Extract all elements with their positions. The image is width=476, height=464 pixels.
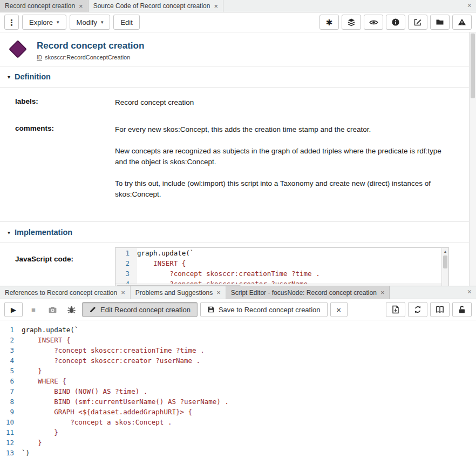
code-line: 9 GRAPH <${dataset.addedGraphURI}> { xyxy=(0,407,476,417)
modify-button[interactable]: Modify ▾ xyxy=(70,15,111,30)
kebab-icon: ⋮ xyxy=(8,18,16,26)
unlock-button[interactable] xyxy=(452,302,472,317)
code-line: 12 } xyxy=(0,438,476,448)
compose-button[interactable] xyxy=(408,15,427,30)
main-scrollbar[interactable] xyxy=(469,32,476,286)
code-horizontal-scrollbar[interactable] xyxy=(115,284,441,286)
close-icon[interactable]: × xyxy=(79,3,83,10)
edit-label: Edit xyxy=(120,18,132,26)
code-line: 3 ?concept skosccr:creationTime ?time . xyxy=(115,268,448,279)
code-line: 11 } xyxy=(0,427,476,438)
line-number: 6 xyxy=(0,376,22,386)
export-script-button[interactable] xyxy=(386,302,405,317)
comment-paragraph: New concepts are recognized as subjects … xyxy=(115,146,444,167)
inferences-button[interactable]: ✱ xyxy=(319,15,339,30)
code-text: BIND (smf:currentUserName() AS ?userName… xyxy=(22,396,229,407)
run-script-button[interactable]: ▶ xyxy=(4,302,23,317)
tab-label: Problems and Suggestions xyxy=(135,289,213,297)
javascript-code-row: JavaScript code: 1graph.update(`2 INSERT… xyxy=(0,243,476,286)
code-line: 5 } xyxy=(0,366,476,376)
layers-button[interactable] xyxy=(342,15,361,30)
section-title: Implementation xyxy=(15,228,72,237)
code-line: 7 BIND (NOW() AS ?time) . xyxy=(0,386,476,396)
script-toolbar-right-group xyxy=(386,302,472,317)
code-line: 13`) xyxy=(0,448,476,458)
snapshot-button[interactable] xyxy=(44,301,60,318)
tab-label: References to Record concept creation xyxy=(5,289,117,297)
comment-paragraph: For every new skos:Concept, this adds th… xyxy=(115,124,444,135)
class-diamond-icon xyxy=(9,40,27,58)
explore-label: Explore xyxy=(29,18,53,26)
code-line: 2 INSERT { xyxy=(0,335,476,345)
collapse-caret-icon: ▾ xyxy=(8,74,10,80)
close-icon: × xyxy=(336,306,341,314)
stop-icon: ■ xyxy=(31,306,36,313)
code-text: INSERT { xyxy=(137,258,186,268)
tab-script-editor[interactable]: Script Editor - focusNode: Record concep… xyxy=(226,286,390,299)
stop-script-button[interactable]: ■ xyxy=(25,301,42,318)
info-button[interactable] xyxy=(386,15,405,30)
documentation-button[interactable] xyxy=(430,302,450,317)
folder-button[interactable] xyxy=(430,15,450,30)
save-script-button[interactable]: Save to Record concept creation xyxy=(200,302,328,317)
tab-problems-suggestions[interactable]: Problems and Suggestions × xyxy=(131,286,226,299)
close-icon[interactable]: × xyxy=(380,289,385,296)
line-number: 9 xyxy=(0,407,22,417)
close-panel-icon[interactable]: × xyxy=(467,2,472,9)
close-icon[interactable]: × xyxy=(214,3,218,10)
close-panel-icon[interactable]: × xyxy=(467,288,472,295)
comments-field-value: For every new skos:Concept, this adds th… xyxy=(115,124,467,200)
code-text: GRAPH <${dataset.addedGraphURI}> { xyxy=(22,407,192,417)
close-icon[interactable]: × xyxy=(216,289,221,296)
edit-script-button[interactable]: Edit Record concept creation xyxy=(82,302,198,317)
line-number: 2 xyxy=(0,335,22,345)
tab-record-concept-creation[interactable]: Record concept creation × xyxy=(0,0,89,12)
unlock-icon xyxy=(458,305,466,314)
scroll-up-icon[interactable]: ▲ xyxy=(442,248,448,255)
close-icon[interactable]: × xyxy=(121,289,125,296)
tab-label: Source Code of Record concept creation xyxy=(93,2,210,10)
visibility-button[interactable] xyxy=(364,15,383,30)
camera-icon xyxy=(48,305,57,314)
code-text: graph.update(` xyxy=(22,325,78,335)
menu-button[interactable]: ⋮ xyxy=(4,15,19,30)
code-text: } xyxy=(22,438,42,448)
section-implementation[interactable]: ▾ Implementation xyxy=(0,222,476,243)
code-vertical-scrollbar[interactable]: ▲ xyxy=(441,248,448,286)
resource-id: IDskosccr:RecordConceptCreation xyxy=(37,54,144,60)
debug-button[interactable] xyxy=(63,301,79,318)
scrollbar-thumb[interactable] xyxy=(443,255,447,268)
script-toolbar: ▶ ■ Edit Record concept creation xyxy=(0,299,476,320)
code-text: } xyxy=(22,366,42,376)
asterisk-icon: ✱ xyxy=(326,18,333,26)
section-title: Definition xyxy=(15,72,51,81)
code-text: } xyxy=(22,427,58,438)
bottom-panel: References to Record concept creation × … xyxy=(0,286,476,464)
file-download-icon xyxy=(391,305,400,314)
script-editor[interactable]: 1graph.update(`2 INSERT {3 ?concept skos… xyxy=(0,320,476,464)
tab-source-code[interactable]: Source Code of Record concept creation × xyxy=(89,0,223,12)
line-number: 13 xyxy=(0,448,22,458)
code-text: ?concept skosccr:creationTime ?time . xyxy=(22,345,205,355)
resource-header: Record concept creation IDskosccr:Record… xyxy=(0,32,476,66)
tab-references[interactable]: References to Record concept creation × xyxy=(0,286,131,299)
id-value: skosccr:RecordConceptCreation xyxy=(45,54,130,60)
labels-field-row: labels: Record concept creation xyxy=(0,88,476,115)
edit-note-icon xyxy=(413,18,422,26)
id-label: ID xyxy=(37,55,42,60)
scrollbar-thumb[interactable] xyxy=(117,285,241,286)
code-line: 2 INSERT { xyxy=(115,258,448,268)
scrollbar-thumb[interactable] xyxy=(471,33,475,98)
section-definition[interactable]: ▾ Definition xyxy=(0,66,476,87)
edit-button[interactable]: Edit xyxy=(113,15,139,30)
refresh-button[interactable] xyxy=(408,302,427,317)
close-script-button[interactable]: × xyxy=(330,302,348,317)
save-script-label: Save to Record concept creation xyxy=(219,306,321,314)
explore-button[interactable]: Explore ▾ xyxy=(22,15,66,30)
javascript-code-editor[interactable]: 1graph.update(`2 INSERT {3 ?concept skos… xyxy=(115,247,449,286)
code-line: 6 WHERE { xyxy=(0,376,476,386)
eye-icon xyxy=(369,18,378,27)
warnings-button[interactable] xyxy=(452,15,472,30)
labels-field-label: labels: xyxy=(15,97,115,108)
save-icon xyxy=(207,306,215,313)
